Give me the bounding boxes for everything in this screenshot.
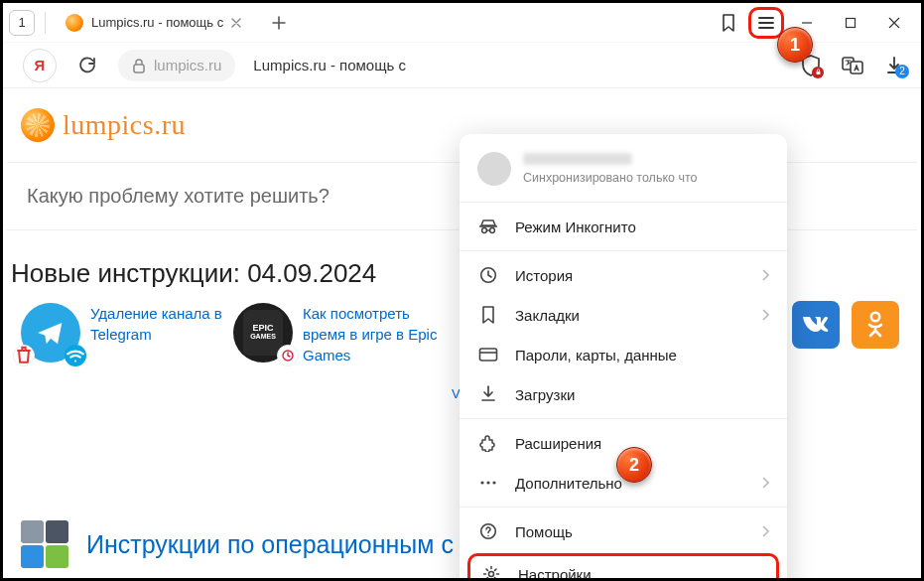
address-bar[interactable]: lumpics.ru	[118, 50, 235, 81]
history-icon	[477, 264, 499, 286]
wifi-badge-icon	[65, 345, 86, 366]
menu-label: Настройки	[518, 566, 766, 582]
chevron-right-icon	[761, 525, 769, 537]
more-dots-icon	[477, 472, 499, 494]
chevron-right-icon	[761, 477, 769, 489]
downloads-count-badge: 2	[895, 65, 909, 78]
os-section-title[interactable]: Инструкции по операционным с	[86, 530, 454, 559]
menu-item-settings[interactable]: Настройки	[467, 553, 779, 581]
menu-separator	[460, 507, 787, 508]
profile-status: Синхронизировано только что	[523, 171, 698, 185]
svg-point-8	[490, 228, 495, 233]
menu-separator	[460, 418, 787, 419]
callout-badge-2: 2	[616, 447, 652, 483]
profile-name-blurred	[523, 153, 632, 165]
tab-divider	[45, 12, 46, 34]
epic-games-icon: EPIC GAMES	[233, 303, 293, 363]
svg-point-7	[482, 228, 487, 233]
ok-button[interactable]	[852, 301, 899, 349]
reload-button[interactable]	[72, 51, 102, 80]
shield-lock-badge	[812, 67, 824, 78]
downloads-button[interactable]: 2	[877, 49, 911, 82]
site-logo-icon[interactable]	[21, 108, 55, 142]
trash-badge-icon	[13, 345, 35, 366]
clock-badge-icon	[277, 345, 299, 366]
svg-rect-0	[847, 18, 856, 27]
chevron-right-icon	[761, 269, 769, 281]
page-crumb: Lumpics.ru - помощь с	[253, 57, 406, 73]
article-link[interactable]: Удаление канала в Telegram	[90, 303, 229, 345]
article-card[interactable]: Удаление канала в Telegram	[21, 303, 229, 401]
svg-point-15	[489, 572, 494, 577]
menu-item-downloads[interactable]: Загрузки	[460, 374, 787, 414]
svg-rect-1	[134, 65, 144, 73]
main-menu-button[interactable]	[748, 7, 784, 39]
telegram-icon	[21, 303, 80, 363]
os-grid-icon	[21, 520, 68, 568]
svg-point-6	[871, 313, 879, 321]
search-placeholder: Какую проблему хотите решить?	[27, 185, 330, 207]
translate-icon[interactable]	[836, 49, 869, 82]
help-icon	[477, 520, 499, 542]
site-name[interactable]: lumpics.ru	[63, 109, 186, 141]
svg-point-13	[492, 481, 495, 484]
menu-item-passwords[interactable]: Пароли, карты, данные	[460, 335, 787, 374]
incognito-icon	[477, 216, 499, 237]
tab-title: Lumpics.ru - помощь с	[91, 15, 223, 30]
menu-separator	[460, 202, 787, 203]
menu-profile[interactable]: Синхронизировано только что	[460, 142, 787, 198]
bookmark-icon	[477, 304, 499, 326]
favicon-icon	[66, 14, 83, 32]
menu-item-bookmarks[interactable]: Закладки	[460, 295, 787, 335]
menu-item-help[interactable]: Помощь	[460, 511, 787, 551]
puzzle-icon	[477, 432, 499, 454]
close-tab-icon[interactable]	[231, 18, 241, 28]
menu-label: Пароли, карты, данные	[515, 347, 769, 363]
svg-rect-10	[480, 349, 497, 361]
browser-tab[interactable]: Lumpics.ru - помощь с	[58, 6, 251, 40]
menu-label: Режим Инкогнито	[515, 218, 769, 235]
avatar	[477, 152, 511, 186]
page-content: lumpics.ru Какую проблему хотите решить?…	[3, 88, 921, 578]
article-card[interactable]: EPIC GAMES Как посмотреть время в игре в…	[233, 303, 442, 401]
svg-rect-2	[816, 72, 820, 74]
close-window-button[interactable]	[873, 7, 915, 39]
tab-counter[interactable]: 1	[9, 10, 35, 36]
chevron-right-icon	[761, 309, 769, 321]
main-menu-dropdown: Синхронизировано только что Режим Инкогн…	[460, 134, 787, 581]
svg-point-12	[486, 481, 489, 484]
os-section[interactable]: Инструкции по операционным с	[21, 520, 454, 568]
callout-badge-1: 1	[777, 27, 813, 63]
card-icon	[477, 344, 499, 365]
svg-point-11	[480, 481, 483, 484]
menu-item-history[interactable]: История	[460, 255, 787, 295]
menu-label: Помощь	[515, 523, 761, 540]
lock-icon	[132, 58, 146, 73]
svg-rect-4	[851, 62, 862, 73]
menu-separator	[460, 250, 787, 251]
bookmark-ribbon-icon[interactable]	[711, 7, 746, 39]
menu-label: Загрузки	[515, 386, 769, 403]
social-buttons	[792, 301, 899, 349]
article-link[interactable]: Как посмотреть время в игре в Epic Games	[303, 303, 442, 365]
vk-button[interactable]	[792, 301, 840, 349]
address-host: lumpics.ru	[154, 57, 221, 73]
menu-label: История	[515, 267, 761, 284]
new-tab-button[interactable]	[265, 9, 293, 37]
yandex-home-button[interactable]: Я	[23, 49, 57, 82]
menu-label: Закладки	[515, 307, 761, 324]
gear-icon	[480, 563, 502, 581]
download-icon	[477, 383, 499, 405]
menu-item-incognito[interactable]: Режим Инкогнито	[460, 207, 787, 246]
maximize-button[interactable]	[830, 7, 871, 39]
